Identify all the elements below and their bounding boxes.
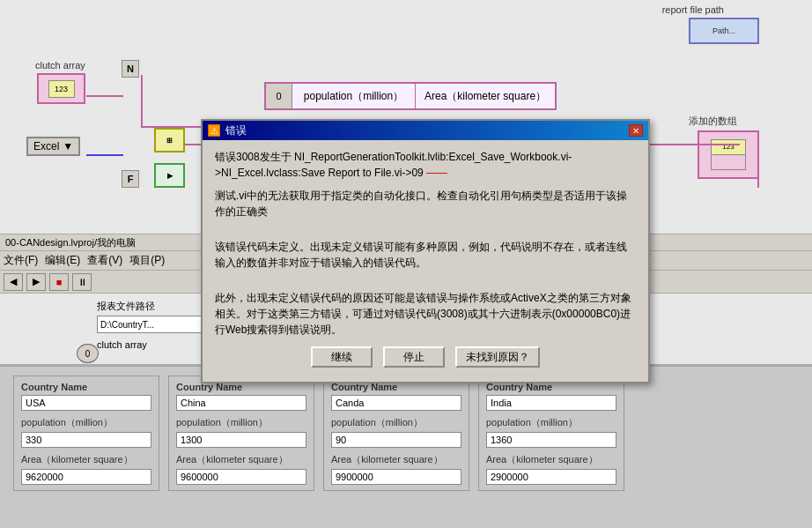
error-dialog: ⚠ 错误 ✕ 错误3008发生于 NI_ReportGenerationTool…: [201, 119, 650, 383]
card-1-area-input[interactable]: [21, 469, 151, 485]
wire-v2: [757, 144, 759, 188]
f-indicator: F: [122, 170, 139, 188]
data-card-1: Country Name population（million） Area（ki…: [13, 376, 159, 491]
report-path-input[interactable]: D:\CountryT...: [97, 316, 211, 333]
path-icon: Path...: [712, 26, 735, 35]
data-card-2: Country Name population（million） Area（ki…: [168, 376, 314, 491]
dialog-stop-button[interactable]: 停止: [383, 346, 445, 368]
func-box-1[interactable]: ⊞: [154, 128, 185, 152]
menu-view[interactable]: 查看(V): [87, 253, 122, 268]
wire-h1: [86, 95, 123, 97]
clutch-array-bottom-label: clutch array: [97, 339, 147, 350]
dialog-body: 错误3008发生于 NI_ReportGenerationToolkit.lvl…: [203, 140, 648, 382]
dialog-error-line1: 错误3008发生于 NI_ReportGenerationToolkit.lvl…: [215, 149, 636, 181]
report-path-value: D:\CountryT...: [100, 320, 154, 330]
wire-v1: [141, 75, 143, 128]
dialog-help-button[interactable]: 未找到原因？: [455, 346, 540, 368]
card-3-area-input[interactable]: [331, 469, 461, 485]
card-3-country-input[interactable]: [331, 395, 461, 411]
wire-h2: [86, 154, 123, 156]
population-header-cell: population（million）: [292, 84, 416, 108]
card-1-country-input[interactable]: [21, 395, 151, 411]
n-indicator: N: [122, 60, 139, 78]
func-box-2[interactable]: ▶: [154, 163, 185, 188]
dialog-title-icon: ⚠: [208, 124, 220, 137]
dialog-error-line2: 测试.vi中的无法获取用于指定类的自动化接口。检查自动化引用句柄类型是否适用于该…: [215, 188, 636, 219]
dialog-buttons: 继续 停止 未找到原因？: [215, 346, 636, 373]
func-icon2: ▶: [167, 172, 173, 180]
path-box[interactable]: Path...: [689, 18, 759, 44]
card-1-country-label: Country Name: [21, 382, 151, 392]
add-array-label: 添加的数组: [689, 115, 737, 128]
excel-label: Excel: [33, 140, 59, 152]
report-path-area: 报表文件路径: [97, 300, 155, 313]
card-1-area-label: Area（kilometer square）: [21, 453, 151, 466]
card-3-pop-input[interactable]: [331, 432, 461, 448]
menu-project[interactable]: 项目(P): [129, 253, 165, 268]
add-array-box[interactable]: 123: [698, 130, 759, 179]
toolbar-pause-btn[interactable]: ⏸: [72, 273, 92, 291]
report-file-path-label: report file path: [662, 4, 724, 15]
card-2-pop-input[interactable]: [176, 432, 306, 448]
excel-arrow-icon: ▼: [63, 140, 73, 152]
excel-button[interactable]: Excel ▼: [26, 137, 80, 156]
card-4-pop-input[interactable]: [486, 432, 616, 448]
clutch-array-top-box[interactable]: 123: [37, 73, 85, 104]
menu-edit[interactable]: 编辑(E): [45, 253, 80, 268]
card-1-pop-label: population（million）: [21, 416, 151, 429]
menu-file[interactable]: 文件(F): [4, 253, 38, 268]
cards-area: Country Name population（million） Area（ki…: [0, 365, 812, 528]
card-2-area-label: Area（kilometer square）: [176, 453, 306, 466]
card-2-country-input[interactable]: [176, 395, 306, 411]
dialog-close-button[interactable]: ✕: [629, 124, 643, 137]
header-row: 0 population（million） Area（kilometer squ…: [264, 82, 557, 110]
clutch-array-top-label: clutch array: [35, 60, 85, 71]
func-icon: ⊞: [166, 137, 173, 145]
dialog-titlebar: ⚠ 错误 ✕: [203, 121, 648, 140]
clutch-array-inner: 123: [48, 80, 75, 98]
dialog-error-line3: 该错误代码未定义。出现未定义错误可能有多种原因，例如，代码说明不存在，或者连线输…: [215, 239, 636, 271]
data-card-4: Country Name population（million） Area（ki…: [478, 376, 624, 491]
card-4-country-input[interactable]: [486, 395, 616, 411]
data-card-3: Country Name population（million） Area（ki…: [323, 376, 469, 491]
card-3-pop-label: population（million）: [331, 416, 461, 429]
toolbar-stop-btn[interactable]: ■: [49, 273, 69, 291]
dialog-error-highlight: ——: [426, 167, 447, 179]
dialog-error-line4: 此外，出现未定义错误代码的原因还可能是该错误与操作系统或ActiveX之类的第三…: [215, 290, 636, 338]
dialog-continue-button[interactable]: 继续: [311, 346, 373, 368]
card-2-pop-label: population（million）: [176, 416, 306, 429]
toolbar-forward-btn[interactable]: ▶: [26, 273, 46, 291]
card-1-pop-input[interactable]: [21, 432, 151, 448]
card-4-area-input[interactable]: [486, 469, 616, 485]
card-2-area-input[interactable]: [176, 469, 306, 485]
toolbar-back-btn[interactable]: ◀: [4, 273, 23, 291]
zero-indicator-left: 0: [77, 344, 99, 363]
report-path-label: 报表文件路径: [97, 301, 155, 311]
area-header-cell: Area（kilometer square）: [416, 84, 555, 108]
card-3-area-label: Area（kilometer square）: [331, 453, 461, 466]
header-index: 0: [266, 84, 292, 108]
card-4-area-label: Area（kilometer square）: [486, 453, 616, 466]
card-4-pop-label: population（million）: [486, 416, 616, 429]
dialog-title-text: 错误: [225, 123, 629, 138]
